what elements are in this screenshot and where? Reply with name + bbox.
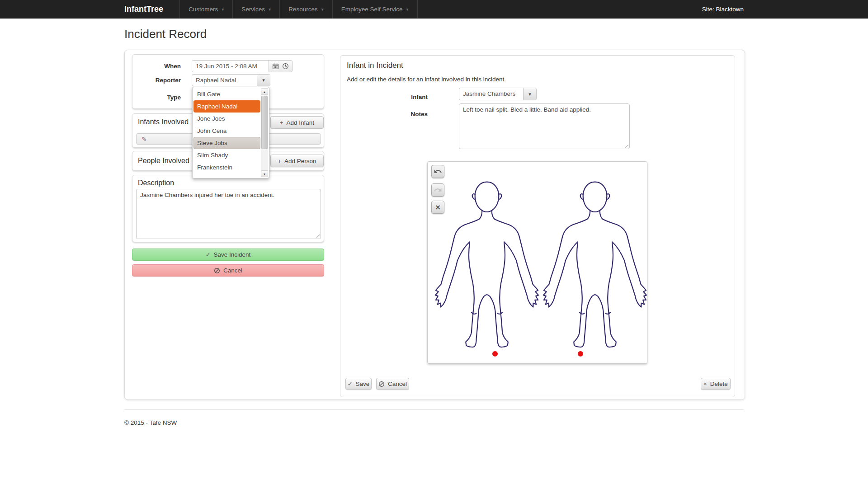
when-label: When: [132, 63, 181, 70]
reporter-option[interactable]: Slim Shady: [193, 149, 260, 161]
nav-item-services[interactable]: Services ▾: [232, 0, 279, 19]
block-icon: [214, 267, 220, 274]
nav-item-label: Resources: [288, 6, 318, 13]
caret-down-icon[interactable]: ▾: [257, 75, 270, 86]
reporter-option-selected[interactable]: Raphael Nadal: [193, 100, 260, 113]
description-field-wrap: Jasmine Chambers injured her toe in an a…: [136, 189, 321, 239]
save-incident-button[interactable]: ✓ Save Incident: [132, 249, 324, 261]
nav-item-resources[interactable]: Resources ▾: [279, 0, 332, 19]
cancel-infant-label: Cancel: [388, 380, 407, 387]
datetime-picker-button[interactable]: [269, 60, 292, 72]
scrollbar-thumb[interactable]: [261, 96, 268, 149]
reporter-dropdown[interactable]: Raphael Nadal ▾: [192, 74, 270, 86]
reporter-option[interactable]: John Cena: [193, 125, 260, 137]
cancel-incident-button[interactable]: Cancel: [132, 264, 324, 277]
check-icon: ✓: [348, 381, 353, 387]
clock-icon: [282, 63, 289, 70]
top-navbar: InfantTree Customers ▾ Services ▾ Resour…: [0, 0, 868, 19]
reporter-option[interactable]: Frankenstein: [193, 161, 260, 174]
infant-panel-title: Infant in Incident: [347, 61, 403, 70]
notes-field-wrap: Left toe nail split. Bled a little. Band…: [459, 103, 630, 149]
injury-marker-front-left-toe: [492, 351, 498, 357]
nav-item-employee-self-service[interactable]: Employee Self Service ▾: [332, 0, 418, 19]
infant-panel-subtitle: Add or edit the details for an infant in…: [347, 76, 506, 83]
infant-label: Infant: [340, 94, 428, 100]
body-sketch-canvas[interactable]: ×: [427, 161, 647, 364]
infants-involved-title: Infants Involved: [138, 118, 189, 126]
notes-label: Notes: [340, 111, 428, 117]
infant-selected-value: Jasmine Chambers: [459, 88, 523, 100]
site-indicator: Site: Blacktown: [702, 6, 744, 13]
footer-copyright: © 2015 - Tafe NSW: [124, 419, 177, 426]
add-person-button[interactable]: + Add Person: [270, 155, 324, 167]
body-front-outline: [434, 167, 540, 361]
notes-textarea[interactable]: Left toe nail split. Bled a little. Band…: [459, 104, 629, 149]
nav-item-customers[interactable]: Customers ▾: [179, 0, 232, 19]
incident-record-page: InfantTree Customers ▾ Services ▾ Resour…: [0, 0, 868, 488]
save-infant-label: Save: [356, 380, 370, 387]
add-infant-label: Add Infant: [287, 119, 315, 126]
dropdown-scrollbar[interactable]: ▲ ▼: [261, 88, 268, 177]
description-panel: Description Jasmine Chambers injured her…: [132, 175, 324, 242]
close-icon: ×: [703, 381, 707, 387]
scroll-down-arrow-icon[interactable]: ▼: [261, 170, 268, 177]
type-label: Type: [132, 94, 181, 101]
scroll-up-arrow-icon[interactable]: ▲: [261, 88, 268, 95]
page-title: Incident Record: [124, 27, 207, 41]
reporter-option[interactable]: Jone Joes: [193, 113, 260, 125]
infant-in-incident-panel: Infant in Incident Add or edit the detai…: [340, 55, 735, 397]
navbar-menu: Customers ▾ Services ▾ Resources ▾ Emplo…: [179, 0, 418, 19]
footer-divider: [124, 409, 744, 410]
check-icon: ✓: [206, 252, 211, 258]
cancel-incident-label: Cancel: [223, 267, 242, 274]
caret-down-icon: ▾: [222, 7, 224, 12]
calendar-icon: [272, 63, 279, 70]
reporter-option[interactable]: Bill Gate: [193, 88, 260, 100]
delete-infant-button[interactable]: × Delete: [701, 378, 731, 390]
add-person-label: Add Person: [284, 158, 316, 164]
save-infant-button[interactable]: ✓ Save: [345, 378, 372, 390]
nav-item-label: Employee Self Service: [341, 6, 403, 13]
description-title: Description: [138, 179, 174, 187]
add-infant-button[interactable]: + Add Infant: [270, 116, 324, 129]
edit-pencil-icon: ✎: [142, 136, 147, 143]
caret-down-icon: ▾: [406, 7, 409, 12]
nav-item-label: Services: [241, 6, 265, 13]
delete-infant-label: Delete: [710, 380, 728, 387]
caret-down-icon: ▾: [269, 7, 271, 12]
reporter-option-hovered[interactable]: Steve Jobs: [193, 137, 260, 149]
caret-down-icon[interactable]: ▾: [523, 88, 536, 100]
reporter-dropdown-list: Bill Gate Raphael Nadal Jone Joes John C…: [192, 87, 269, 178]
reporter-options: Bill Gate Raphael Nadal Jone Joes John C…: [193, 88, 260, 174]
infant-dropdown[interactable]: Jasmine Chambers ▾: [459, 88, 537, 100]
nav-item-label: Customers: [189, 6, 218, 13]
block-icon: [378, 381, 385, 387]
plus-icon: +: [278, 158, 281, 164]
reporter-selected-value: Raphael Nadal: [192, 75, 257, 86]
plus-icon: +: [280, 120, 283, 126]
body-back-outline: [542, 167, 648, 361]
caret-down-icon: ▾: [321, 7, 324, 12]
cancel-infant-button[interactable]: Cancel: [376, 378, 409, 390]
navbar-inner: InfantTree Customers ▾ Services ▾ Resour…: [124, 0, 744, 19]
people-involved-title: People Involved: [138, 157, 189, 165]
injury-marker-back-left-toe: [578, 351, 583, 357]
brand-logo[interactable]: InfantTree: [124, 5, 163, 14]
reporter-label: Reporter: [132, 77, 181, 84]
when-datetime-input[interactable]: [192, 60, 269, 72]
description-textarea[interactable]: Jasmine Chambers injured her toe in an a…: [137, 189, 321, 239]
save-incident-label: Save Incident: [214, 251, 251, 258]
